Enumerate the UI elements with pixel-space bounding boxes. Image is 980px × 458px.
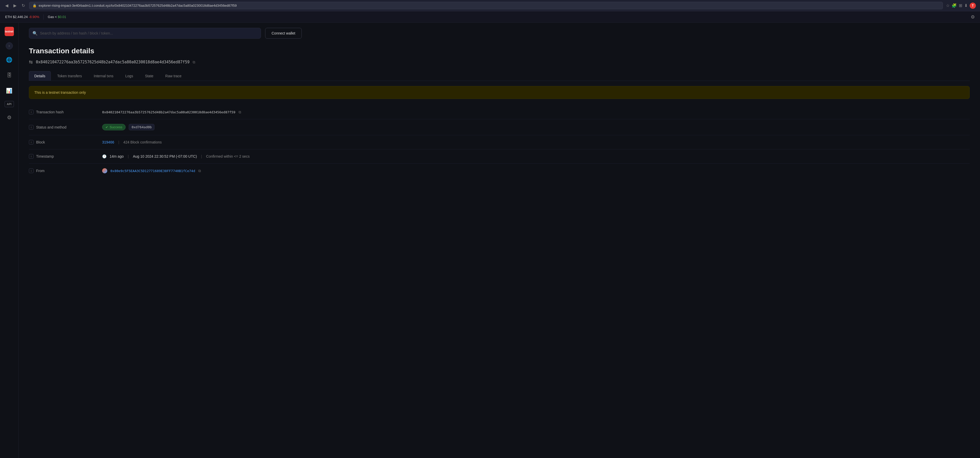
tab-state[interactable]: State bbox=[140, 71, 159, 81]
page-title: Transaction details bbox=[29, 47, 970, 55]
info-icon: i bbox=[29, 168, 33, 173]
timestamp-confirmed: Confirmed within <= 2 secs bbox=[206, 154, 250, 158]
sidebar-item-stats[interactable]: 📊 bbox=[4, 86, 14, 96]
label-from: i From bbox=[29, 168, 96, 173]
settings-gear-icon[interactable]: ⚙ bbox=[971, 14, 975, 20]
lock-icon: 🔒 bbox=[32, 3, 37, 8]
from-label: From bbox=[36, 169, 45, 173]
label-transaction-hash: i Transaction hash bbox=[29, 110, 96, 114]
content-area: 🔍 Connect wallet Transaction details ⇆ 0… bbox=[19, 23, 980, 458]
transaction-hash-value: 0x840210472276aa3b57257625d48b2a47dac5a8… bbox=[102, 110, 235, 114]
price-change: -8.90% bbox=[29, 15, 39, 19]
value-status-method: ✔ Success 0xd764ad0b bbox=[102, 124, 970, 130]
info-icon: i bbox=[29, 140, 33, 144]
user-avatar[interactable]: T bbox=[970, 3, 976, 9]
divider bbox=[43, 14, 44, 20]
tx-hash-header: ⇆ 0x840210472276aa3b57257625d48b2a47dac5… bbox=[29, 59, 970, 65]
search-container: 🔍 Connect wallet bbox=[29, 28, 970, 39]
table-row: i Timestamp 🕐 14m ago | Aug 10 2024 22:3… bbox=[29, 149, 970, 163]
gas-value: $0.01 bbox=[58, 15, 66, 19]
url-bar[interactable]: 🔒 explorer-rising-impact-3e40rbadm1.t.co… bbox=[29, 2, 943, 9]
value-from: 0x80e9c5F5EAA3C5D12771689E38FF7740B1fCe7… bbox=[102, 168, 970, 173]
pipe-divider: | bbox=[201, 154, 202, 158]
copy-hash-button[interactable]: ⧉ bbox=[192, 60, 195, 64]
testnet-message: This is a testnet transaction only bbox=[34, 90, 86, 95]
sidebar-item-settings[interactable]: ⚙ bbox=[4, 112, 14, 123]
details-table: i Transaction hash 0x840210472276aa3b572… bbox=[29, 105, 970, 178]
tx-hash-display: 0x840210472276aa3b57257625d48b2a47dac5a8… bbox=[36, 60, 189, 64]
sidebar-item-explorer[interactable]: 🌐 bbox=[4, 55, 14, 65]
block-confirmations: 424 Block confirmations bbox=[123, 140, 162, 144]
grid-icon[interactable]: ⊞ bbox=[959, 3, 962, 8]
value-block: 319466 | 424 Block confirmations bbox=[102, 140, 970, 144]
sidebar-item-api[interactable]: API bbox=[5, 101, 14, 107]
transfer-icon: ⇆ bbox=[29, 59, 33, 65]
browser-actions: ☆ 🧩 ⊞ ⬇ T bbox=[946, 3, 976, 9]
block-number-link[interactable]: 319466 bbox=[102, 140, 114, 144]
timestamp-label: Timestamp bbox=[36, 154, 54, 158]
pipe-divider: | bbox=[128, 154, 129, 158]
status-method-label: Status and method bbox=[36, 125, 67, 129]
info-icon: i bbox=[29, 154, 33, 158]
sidebar-item-blocks[interactable]: 🗄 bbox=[4, 70, 14, 80]
testnet-banner: This is a testnet transaction only bbox=[29, 86, 970, 99]
from-address-avatar bbox=[102, 168, 107, 173]
download-icon[interactable]: ⬇ bbox=[964, 3, 967, 8]
refresh-button[interactable]: ↻ bbox=[21, 2, 26, 9]
transaction-hash-label: Transaction hash bbox=[36, 110, 64, 114]
back-button[interactable]: ◀ bbox=[4, 2, 9, 9]
tab-token-transfers[interactable]: Token transfers bbox=[52, 71, 88, 81]
gas-info: Gas < $0.01 bbox=[48, 15, 66, 19]
tab-logs[interactable]: Logs bbox=[120, 71, 138, 81]
pipe-divider: | bbox=[118, 140, 119, 144]
tabs-container: Details Token transfers Internal txns Lo… bbox=[29, 71, 970, 81]
url-text: explorer-rising-impact-3e40rbadm1.t.cond… bbox=[39, 3, 237, 8]
label-status-method: i Status and method bbox=[29, 125, 96, 130]
tab-internal-txns[interactable]: Internal txns bbox=[89, 71, 119, 81]
search-icon: 🔍 bbox=[32, 31, 38, 36]
value-timestamp: 🕐 14m ago | Aug 10 2024 22:30:52 PM (-07… bbox=[102, 154, 970, 158]
label-timestamp: i Timestamp bbox=[29, 154, 96, 158]
star-icon[interactable]: ☆ bbox=[946, 3, 950, 8]
copy-tx-hash-button[interactable]: ⧉ bbox=[239, 110, 241, 114]
browser-chrome: ◀ ▶ ↻ 🔒 explorer-rising-impact-3e40rbadm… bbox=[0, 0, 980, 11]
info-icon: i bbox=[29, 110, 33, 114]
tab-raw-trace[interactable]: Raw trace bbox=[160, 71, 187, 81]
value-transaction-hash: 0x840210472276aa3b57257625d48b2a47dac5a8… bbox=[102, 110, 970, 114]
extension-icon[interactable]: 🧩 bbox=[951, 3, 957, 8]
tab-details[interactable]: Details bbox=[29, 71, 51, 81]
status-label: Success bbox=[110, 125, 122, 129]
search-input[interactable] bbox=[29, 28, 261, 39]
connect-wallet-button[interactable]: Connect wallet bbox=[265, 28, 302, 39]
label-block: i Block bbox=[29, 140, 96, 144]
table-row: i Status and method ✔ Success 0xd764ad0b bbox=[29, 119, 970, 135]
from-address-link[interactable]: 0x80e9c5F5EAA3C5D12771689E38FF7740B1fCe7… bbox=[110, 169, 195, 173]
method-badge: 0xd764ad0b bbox=[129, 124, 154, 130]
forward-button[interactable]: ▶ bbox=[13, 2, 18, 9]
table-row: i Block 319466 | 424 Block confirmations bbox=[29, 135, 970, 149]
block-label: Block bbox=[36, 140, 45, 144]
top-info-bar: ETH $2,446.24 -8.90% Gas < $0.01 ⚙ bbox=[0, 11, 980, 23]
eth-price-label: ETH $2,446.24 -8.90% bbox=[5, 15, 39, 19]
table-row: i Transaction hash 0x840210472276aa3b572… bbox=[29, 105, 970, 119]
main-layout: testnet › 🌐 🗄 📊 API ⚙ 🔍 Connect wallet T… bbox=[0, 23, 980, 458]
copy-from-address-button[interactable]: ⧉ bbox=[198, 169, 201, 173]
clock-icon: 🕐 bbox=[102, 154, 107, 158]
sidebar: testnet › 🌐 🗄 📊 API ⚙ bbox=[0, 23, 19, 458]
logo: testnet bbox=[5, 27, 14, 36]
sidebar-toggle-button[interactable]: › bbox=[6, 42, 13, 49]
table-row: i From 0x80e9c5F5EAA3C5D12771689E38FF774… bbox=[29, 163, 970, 178]
search-input-wrapper: 🔍 bbox=[29, 28, 261, 39]
info-icon: i bbox=[29, 125, 33, 130]
check-icon: ✔ bbox=[105, 125, 108, 129]
timestamp-absolute: Aug 10 2024 22:30:52 PM (-07:00 UTC) bbox=[133, 154, 197, 158]
status-badge: ✔ Success bbox=[102, 124, 126, 130]
timestamp-relative: 14m ago bbox=[110, 154, 124, 158]
